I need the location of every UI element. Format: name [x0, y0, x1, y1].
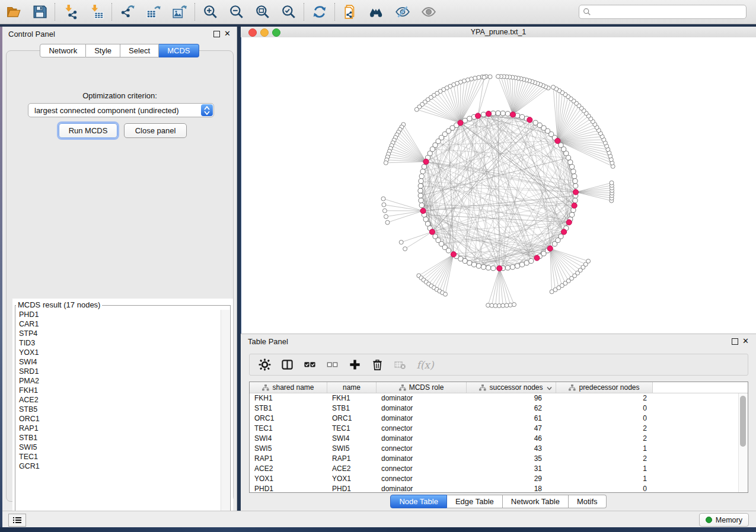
table-row[interactable]: YOX1YOX1connector291 — [250, 474, 748, 484]
network-window-titlebar[interactable]: YPA_prune.txt_1 — [241, 27, 756, 38]
tab-select[interactable]: Select — [120, 44, 159, 57]
tab-node-table[interactable]: Node Table — [390, 495, 447, 508]
save-button[interactable] — [31, 3, 49, 21]
float-table-panel-icon[interactable] — [732, 338, 738, 345]
mcds-result-node[interactable]: TID3 — [16, 338, 221, 348]
node-table[interactable]: shared namenameMCDS rolesuccessor nodesp… — [249, 382, 748, 493]
table-row[interactable]: PHD1PHD1dominator180 — [250, 484, 748, 493]
table-row[interactable]: RAP1RAP1dominator352 — [250, 454, 748, 464]
column-header-name[interactable]: name — [327, 382, 377, 393]
table-scrollbar[interactable] — [738, 393, 748, 492]
mcds-result-node[interactable]: YOX1 — [16, 348, 221, 357]
task-history-button[interactable] — [8, 514, 26, 527]
mcds-result-node[interactable]: TEC1 — [16, 452, 221, 462]
main-toolbar — [0, 0, 756, 24]
float-panel-icon[interactable] — [213, 31, 220, 37]
table-scrollbar-thumb[interactable] — [740, 396, 746, 447]
select-all-columns-button[interactable] — [301, 357, 318, 373]
mcds-result-node[interactable]: ORC1 — [16, 414, 221, 424]
sort-indicator-icon[interactable] — [547, 384, 552, 392]
table-row[interactable]: TEC1TEC1connector472 — [250, 424, 748, 434]
search-input[interactable] — [579, 5, 747, 19]
export-network-button[interactable] — [119, 3, 136, 21]
unselect-all-columns-button[interactable] — [323, 357, 341, 373]
show-columns-button[interactable] — [278, 357, 296, 373]
control-panel-tabs: NetworkStyleSelectMCDS — [2, 44, 237, 57]
column-header-MCDS-role[interactable]: MCDS role — [377, 382, 467, 393]
network-canvas[interactable] — [241, 37, 756, 334]
memory-label: Memory — [716, 516, 742, 524]
mcds-result-list[interactable]: PHD1CAR1STP4TID3YOX1SWI4SRD1PMA2FKH1ACE2… — [16, 310, 221, 520]
mcds-result-node[interactable]: SWI5 — [16, 443, 221, 452]
main-toolbar-groups — [5, 3, 446, 21]
export-image-button[interactable] — [171, 3, 189, 21]
table-row[interactable]: FKH1FKH1dominator962 — [250, 393, 748, 403]
tab-edge-table[interactable]: Edge Table — [447, 495, 503, 508]
delete-table-button — [391, 357, 409, 373]
optimization-criterion-select[interactable]: largest connected component (undirected) — [28, 103, 214, 117]
cell-MCDS-role: dominator — [377, 414, 467, 424]
first-neighbors-button[interactable] — [368, 3, 385, 21]
mcds-result-node[interactable]: PHD1 — [16, 310, 221, 319]
network-documents-button[interactable] — [342, 3, 359, 21]
hide-selected-button[interactable] — [394, 3, 412, 21]
mcds-result-node[interactable]: ACE2 — [16, 395, 221, 405]
control-panel-header: Control Panel ✕ — [2, 27, 237, 42]
create-column-button[interactable] — [346, 357, 363, 373]
mcds-result-node[interactable]: PMA2 — [16, 376, 221, 386]
mcds-result-node[interactable]: SRD1 — [16, 367, 221, 376]
import-table-button[interactable] — [88, 3, 106, 21]
network-window-title: YPA_prune.txt_1 — [241, 28, 756, 36]
zoom-in-button[interactable] — [202, 3, 219, 21]
mcds-result-node[interactable]: FKH1 — [16, 386, 221, 395]
zoom-fit-button[interactable] — [254, 3, 272, 21]
tab-network-table[interactable]: Network Table — [503, 495, 569, 508]
mcds-result-node[interactable]: SWI4 — [16, 357, 221, 367]
mcds-result-node[interactable]: CAR1 — [16, 319, 221, 329]
column-header-shared-name[interactable]: shared name — [250, 382, 327, 393]
close-panel-icon[interactable]: ✕ — [224, 29, 231, 39]
cell-name: ORC1 — [327, 414, 377, 424]
close-table-panel-icon[interactable]: ✕ — [742, 336, 749, 346]
table-panel-header: Table Panel ✕ — [241, 334, 756, 350]
open-folder-button[interactable] — [5, 3, 23, 21]
cell-successor-nodes: 31 — [467, 464, 556, 474]
mcds-result-node[interactable]: GCR1 — [16, 462, 221, 471]
cell-successor-nodes: 96 — [467, 393, 556, 403]
memory-button[interactable]: Memory — [699, 513, 749, 527]
close-panel-button[interactable]: Close panel — [124, 123, 187, 138]
mcds-result-node[interactable]: STP4 — [16, 329, 221, 338]
mcds-result-scrollbar[interactable] — [221, 310, 229, 520]
node-table-header: shared namenameMCDS rolesuccessor nodesp… — [250, 382, 748, 393]
tab-motifs[interactable]: Motifs — [569, 495, 607, 508]
zoom-selected-button[interactable] — [280, 3, 298, 21]
mcds-result-node[interactable]: RAP1 — [16, 424, 221, 433]
tab-mcds[interactable]: MCDS — [159, 44, 199, 57]
cell-predecessor-nodes: 0 — [556, 414, 653, 424]
tab-style[interactable]: Style — [86, 44, 120, 57]
show-selected-button[interactable] — [420, 3, 438, 21]
table-row[interactable]: ORC1ORC1dominator610 — [250, 414, 748, 424]
network-view-window: YPA_prune.txt_1 — [241, 27, 756, 334]
mcds-result-node[interactable]: STB1 — [16, 433, 221, 443]
table-row[interactable]: STB1STB1dominator620 — [250, 403, 748, 414]
column-header-predecessor-nodes[interactable]: predecessor nodes — [556, 382, 653, 393]
mcds-result-node[interactable]: STB5 — [16, 405, 221, 414]
cell-MCDS-role: dominator — [377, 393, 467, 403]
table-row[interactable]: SWI5SWI5connector431 — [250, 444, 748, 454]
tab-network[interactable]: Network — [40, 44, 86, 57]
column-type-icon — [262, 384, 269, 391]
table-row[interactable]: SWI4SWI4dominator462 — [250, 434, 748, 444]
delete-columns-button[interactable] — [368, 357, 386, 373]
table-options-gear-button[interactable] — [256, 357, 273, 373]
search-icon — [583, 8, 591, 16]
table-row[interactable]: ACE2ACE2connector311 — [250, 464, 748, 474]
run-mcds-button[interactable]: Run MCDS — [59, 123, 117, 138]
toolbar-separator — [111, 3, 113, 21]
select-stepper-icon — [201, 104, 213, 116]
zoom-out-button[interactable] — [228, 3, 245, 21]
export-table-button[interactable] — [145, 3, 162, 21]
import-network-button[interactable] — [62, 3, 79, 21]
column-header-successor-nodes[interactable]: successor nodes — [467, 382, 556, 393]
refresh-button[interactable] — [311, 3, 328, 21]
